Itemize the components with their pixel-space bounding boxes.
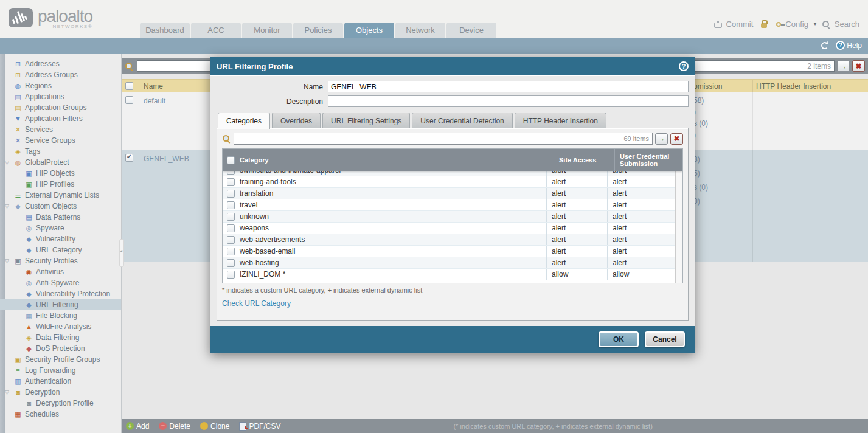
profile-name[interactable]: GENEL_WEB [144, 154, 189, 163]
sidebar-item-security-profiles[interactable]: ▽▣Security Profiles [0, 255, 121, 266]
sidebar-item-dos-protection[interactable]: ◆DoS Protection [0, 343, 121, 354]
user-credential-submission-value[interactable]: alert [607, 199, 675, 210]
category-checkbox[interactable] [227, 213, 235, 221]
profile-name[interactable]: default [144, 97, 165, 105]
category-row-travel[interactable]: travelalertalert [223, 199, 675, 211]
dialog-tab-user-credential-detection[interactable]: User Credential Detection [412, 113, 512, 128]
category-row-training-and-tools[interactable]: training-and-toolsalertalert [223, 176, 675, 188]
category-checkbox[interactable] [227, 271, 235, 279]
user-credential-submission-value[interactable]: alert [607, 234, 675, 245]
ok-button[interactable]: OK [599, 331, 639, 347]
site-access-value[interactable]: alert [546, 234, 607, 245]
category-row-web-advertisements[interactable]: web-advertisementsalertalert [223, 234, 675, 246]
config-caret-icon[interactable]: ▼ [813, 21, 818, 27]
sidebar-item-data-filtering[interactable]: ◈Data Filtering [0, 332, 121, 343]
check-url-category-link[interactable]: Check URL Category [222, 299, 291, 308]
nav-tab-device[interactable]: Device [446, 23, 496, 38]
user-credential-submission-value[interactable]: alert [607, 223, 675, 234]
sidebar-item-address-groups[interactable]: ⊞Address Groups [0, 69, 121, 80]
category-row-weapons[interactable]: weaponsalertalert [223, 223, 675, 234]
sidebar-item-custom-objects[interactable]: ▽◆Custom Objects [0, 201, 121, 212]
category-column-header[interactable]: Category [238, 156, 554, 164]
categories-table-scrollbar[interactable] [675, 171, 682, 283]
sidebar-item-authentication[interactable]: ▥Authentication [0, 376, 121, 387]
nav-tab-dashboard[interactable]: Dashboard [140, 23, 190, 38]
row-checkbox[interactable] [125, 154, 133, 162]
site-access-value[interactable]: alert [546, 199, 607, 210]
user-credential-submission-value[interactable]: allow [607, 269, 675, 280]
sidebar-item-application-groups[interactable]: ▤Application Groups [0, 102, 121, 113]
category-checkbox[interactable] [227, 178, 235, 186]
site-access-value[interactable]: alert [546, 246, 607, 257]
site-access-value[interactable]: alert [546, 211, 607, 222]
categories-apply-filter-button[interactable]: → [655, 133, 668, 145]
row-checkbox[interactable] [125, 96, 133, 104]
sidebar-item-spyware[interactable]: ◎Spyware [0, 223, 121, 234]
sidebar-item-antivirus[interactable]: ◉Antivirus [0, 266, 121, 277]
dialog-tab-url-filtering-settings[interactable]: URL Filtering Settings [322, 113, 410, 128]
clone-button[interactable]: Clone [200, 422, 229, 431]
clear-filter-button[interactable]: ✖ [852, 60, 865, 72]
sidebar-item-application-filters[interactable]: ▼Application Filters [0, 113, 121, 124]
expand-arrow-icon[interactable]: ▽ [5, 159, 9, 165]
site-access-value[interactable]: alert [546, 176, 607, 187]
cancel-button[interactable]: Cancel [645, 331, 685, 347]
sidebar-item-log-forwarding[interactable]: ≡Log Forwarding [0, 365, 121, 376]
category-row-web-hosting[interactable]: web-hostingalertalert [223, 257, 675, 269]
sidebar-item-file-blocking[interactable]: ▦File Blocking [0, 310, 121, 321]
categories-search-input[interactable] [234, 134, 652, 145]
category-row-unknown[interactable]: unknownalertalert [223, 211, 675, 223]
refresh-icon[interactable] [821, 42, 828, 49]
sidebar-item-schedules[interactable]: ▦Schedules [0, 409, 121, 420]
search-button[interactable]: Search [835, 19, 859, 29]
select-all-checkbox[interactable] [125, 82, 133, 90]
sidebar-item-anti-spyware[interactable]: ◎Anti-Spyware [0, 277, 121, 288]
name-column-header[interactable]: Name [144, 82, 163, 91]
categories-clear-filter-button[interactable]: ✖ [670, 133, 683, 145]
sidebar-item-vulnerability-protection[interactable]: ◆Vulnerability Protection [0, 288, 121, 299]
user-credential-submission-value[interactable]: alert [607, 171, 675, 176]
sidebar-item-regions[interactable]: ◍Regions [0, 80, 121, 91]
category-row-web-based-email[interactable]: web-based-emailalertalert [223, 246, 675, 257]
category-row-izinli-dom[interactable]: IZINLI_DOM *allowallow [223, 269, 675, 280]
site-access-value[interactable]: alert [546, 257, 607, 268]
config-button[interactable]: Config [785, 19, 808, 29]
nav-tab-monitor[interactable]: Monitor [242, 23, 292, 38]
nav-tab-objects[interactable]: Objects [344, 23, 394, 38]
site-access-value[interactable]: alert [546, 188, 607, 199]
category-checkbox[interactable] [227, 201, 235, 209]
lock-icon[interactable] [761, 23, 767, 28]
apply-filter-button[interactable]: → [837, 60, 850, 72]
sidebar-item-globalprotect[interactable]: ▽◍GlobalProtect [0, 157, 121, 168]
sidebar-item-vulnerability[interactable]: ◆Vulnerability [0, 234, 121, 244]
dialog-tab-http-header-insertion[interactable]: HTTP Header Insertion [515, 113, 606, 128]
sidebar-item-addresses[interactable]: ⊞Addresses [0, 58, 121, 69]
category-row-swimsuits-and-intimate-apparel[interactable]: swimsuits-and-intimate-apparelalertalert [223, 171, 675, 176]
sidebar-item-wildfire-analysis[interactable]: ▲WildFire Analysis [0, 321, 121, 332]
sidebar-item-url-filtering[interactable]: ◆URL Filtering [0, 299, 121, 310]
sidebar-item-service-groups[interactable]: ✕Service Groups [0, 135, 121, 146]
nav-tab-policies[interactable]: Policies [293, 23, 343, 38]
user-credential-submission-value[interactable]: alert [607, 257, 675, 268]
sidebar-item-url-category[interactable]: ◆URL Category [0, 244, 121, 255]
name-field[interactable] [328, 81, 689, 92]
submission-column-header[interactable]: omission [693, 82, 722, 91]
dialog-tab-overrides[interactable]: Overrides [272, 113, 321, 128]
delete-button[interactable]: − Delete [159, 422, 190, 431]
nav-tab-network[interactable]: Network [395, 23, 445, 38]
sidebar-item-hip-profiles[interactable]: ▣HIP Profiles [0, 179, 121, 190]
add-button[interactable]: + Add [126, 422, 149, 431]
pdf-csv-button[interactable]: PDF/CSV [239, 422, 280, 431]
expand-arrow-icon[interactable]: ▽ [5, 258, 9, 264]
user-credential-submission-column-header[interactable]: User Credential Submission [614, 149, 682, 171]
sidebar-item-decryption[interactable]: ▽◙Decryption [0, 387, 121, 398]
expand-arrow-icon[interactable]: ▽ [5, 203, 9, 209]
site-access-value[interactable]: allow [546, 269, 607, 280]
user-credential-submission-value[interactable]: alert [607, 211, 675, 222]
help-button[interactable]: ? Help [836, 41, 862, 50]
dialog-tab-categories[interactable]: Categories [218, 113, 270, 129]
http-header-insertion-column-header[interactable]: HTTP Header Insertion [756, 82, 831, 91]
commit-button[interactable]: Commit [726, 19, 754, 29]
site-access-value[interactable]: alert [546, 171, 607, 176]
expand-arrow-icon[interactable]: ▽ [5, 389, 9, 395]
